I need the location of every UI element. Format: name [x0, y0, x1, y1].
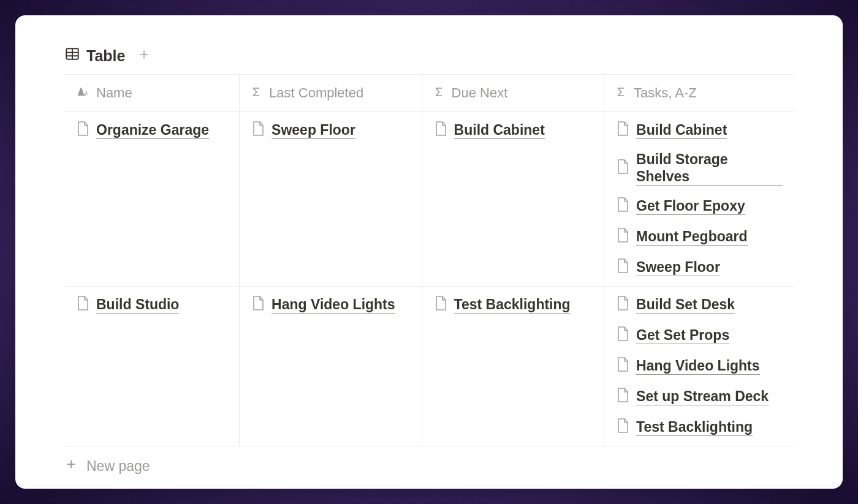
- add-view-button[interactable]: [137, 48, 151, 64]
- page-icon: [433, 121, 448, 140]
- page-item[interactable]: Get Floor Epoxy: [615, 197, 783, 216]
- page-icon: [615, 295, 630, 315]
- page-icon: [615, 121, 630, 140]
- page-link-text: Mount Pegboard: [636, 228, 747, 246]
- new-page-button[interactable]: New page: [15, 446, 843, 486]
- page-link-text: Sweep Floor: [271, 122, 355, 140]
- page-link-text: Build Studio: [96, 296, 179, 314]
- column-label: Due Next: [452, 85, 508, 101]
- new-page-label: New page: [86, 458, 150, 475]
- cell-name[interactable]: Build Studio: [64, 287, 240, 446]
- page-icon: [433, 295, 448, 315]
- column-label: Tasks, A-Z: [634, 85, 697, 101]
- page-item[interactable]: Mount Pegboard: [615, 227, 783, 247]
- page-link-text: Get Set Props: [636, 327, 729, 345]
- page-item[interactable]: Build Set Desk: [615, 295, 783, 315]
- rollup-icon: [251, 85, 262, 101]
- page-icon: [75, 295, 90, 315]
- page-item[interactable]: Sweep Floor: [251, 121, 411, 140]
- column-header-name[interactable]: Name: [64, 75, 240, 112]
- page-icon: [615, 227, 630, 247]
- page-icon: [615, 418, 630, 437]
- page-icon: [615, 326, 630, 345]
- page-item[interactable]: Get Set Props: [615, 326, 783, 345]
- text-property-icon: [75, 85, 89, 102]
- table-wrapper: Name Last Completed: [15, 75, 843, 446]
- page-item[interactable]: Build Storage Shelves: [615, 151, 783, 186]
- cell-due-next[interactable]: Test Backlighting: [422, 287, 604, 446]
- column-header-due-next[interactable]: Due Next: [422, 75, 604, 112]
- view-tabs: Table: [15, 46, 843, 74]
- page-link-text: Build Cabinet: [454, 122, 545, 140]
- cell-last-completed[interactable]: Sweep Floor: [240, 112, 422, 287]
- page-item[interactable]: Sweep Floor: [615, 258, 783, 277]
- page-icon: [251, 121, 265, 140]
- table-view-tab[interactable]: Table: [64, 46, 125, 66]
- page-link-text: Sweep Floor: [636, 259, 720, 277]
- table-row: Organize Garage Sweep Floor Build Cabine…: [64, 112, 794, 287]
- page-link-text: Build Storage Shelves: [636, 151, 783, 186]
- page-icon: [75, 121, 90, 140]
- page-icon: [615, 387, 630, 407]
- cell-last-completed[interactable]: Hang Video Lights: [240, 287, 422, 446]
- plus-icon: [64, 457, 78, 475]
- page-link-text: Set up Stream Deck: [636, 388, 769, 406]
- page-item[interactable]: Hang Video Lights: [251, 295, 411, 315]
- table-icon: [64, 46, 80, 66]
- column-label: Name: [96, 85, 132, 101]
- page-link-text: Test Backlighting: [636, 419, 753, 437]
- rollup-icon: [433, 85, 444, 101]
- database-table: Name Last Completed: [64, 75, 794, 446]
- page-link-text: Build Set Desk: [636, 296, 735, 314]
- page-item[interactable]: Test Backlighting: [433, 295, 593, 315]
- page-link-text: Build Cabinet: [636, 122, 727, 140]
- page-link-text: Get Floor Epoxy: [636, 198, 745, 216]
- database-view-card: Table Name: [15, 15, 843, 489]
- page-icon: [615, 197, 630, 216]
- page-link-text: Hang Video Lights: [271, 296, 395, 314]
- column-header-tasks[interactable]: Tasks, A-Z: [604, 75, 794, 112]
- cell-due-next[interactable]: Build Cabinet: [422, 112, 604, 287]
- table-row: Build Studio Hang Video Lights Test Back…: [64, 287, 794, 446]
- page-icon: [251, 295, 265, 315]
- page-icon: [615, 159, 630, 178]
- page-icon: [615, 356, 630, 376]
- page-link-text: Organize Garage: [96, 122, 209, 140]
- cell-tasks[interactable]: Build Cabinet Build Storage Shelves Get …: [604, 112, 794, 287]
- cell-name[interactable]: Organize Garage: [64, 112, 240, 287]
- page-item-name[interactable]: Organize Garage: [75, 121, 228, 140]
- page-item[interactable]: Hang Video Lights: [615, 356, 783, 376]
- view-tab-label: Table: [86, 47, 125, 65]
- rollup-icon: [615, 85, 626, 101]
- cell-tasks[interactable]: Build Set Desk Get Set Props Hang Video …: [604, 287, 794, 446]
- page-item[interactable]: Build Cabinet: [433, 121, 593, 140]
- column-header-last-completed[interactable]: Last Completed: [240, 75, 422, 112]
- page-link-text: Test Backlighting: [454, 296, 571, 314]
- page-link-text: Hang Video Lights: [636, 358, 759, 375]
- column-label: Last Completed: [269, 85, 363, 101]
- page-item[interactable]: Test Backlighting: [615, 418, 783, 437]
- page-item[interactable]: Set up Stream Deck: [615, 387, 783, 407]
- page-item[interactable]: Build Cabinet: [615, 121, 783, 140]
- page-item-name[interactable]: Build Studio: [75, 295, 228, 315]
- page-icon: [615, 258, 630, 277]
